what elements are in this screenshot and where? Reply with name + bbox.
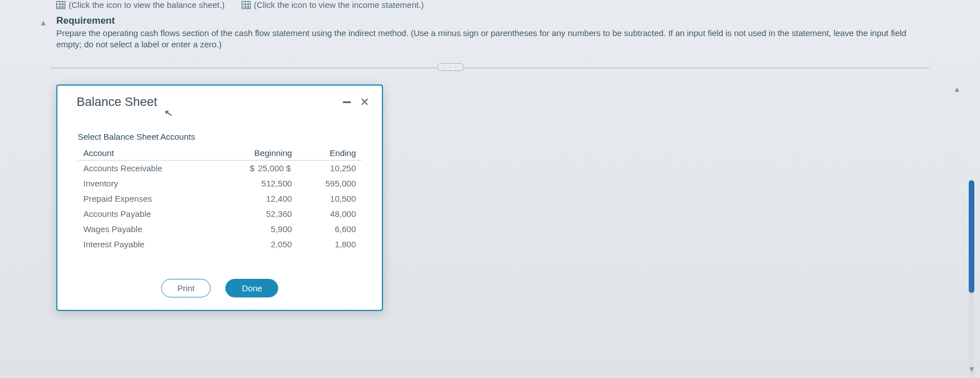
cell-account: Inventory (78, 176, 216, 191)
table-icon (242, 1, 251, 9)
cell-ending: 48,000 (297, 206, 362, 221)
table-row[interactable]: Inventory 512,500 595,000 (78, 176, 362, 191)
table-icon (56, 1, 65, 9)
dialog-body: Select Balance Sheet Accounts Account Be… (57, 115, 382, 260)
cell-beginning: 12,400 (216, 191, 297, 206)
table-row[interactable]: Wages Payable 5,900 6,600 (78, 221, 362, 237)
dialog-header: Balance Sheet ✕ (57, 86, 382, 115)
cell-ending: 595,000 (297, 176, 362, 191)
requirement-text: Prepare the operating cash flows section… (56, 28, 924, 51)
cell-account: Wages Payable (78, 221, 216, 237)
cell-beginning: 52,360 (216, 206, 297, 221)
col-beginning: Beginning (216, 146, 297, 161)
cell-account: Accounts Payable (78, 206, 216, 221)
scrollbar-thumb[interactable] (969, 180, 974, 293)
dialog-subtitle: Select Balance Sheet Accounts (78, 132, 362, 141)
minimize-icon[interactable] (343, 101, 351, 103)
cell-account: Accounts Receivable (78, 161, 216, 176)
section-divider: · · · (51, 68, 929, 78)
balance-sheet-table: Account Beginning Ending Accounts Receiv… (78, 146, 362, 252)
cell-ending: 6,600 (297, 221, 362, 237)
content-scroll-up-icon[interactable]: ▲ (953, 85, 961, 94)
table-row[interactable]: Interest Payable 2,050 1,800 (78, 237, 362, 252)
income-statement-link-text: (Click the icon to view the income state… (254, 0, 424, 10)
table-row[interactable]: Accounts Payable 52,360 48,000 (78, 206, 362, 221)
cell-ending: 10,500 (297, 191, 362, 206)
print-button[interactable]: Print (161, 279, 211, 297)
requirement-block: Requirement Prepare the operating cash f… (0, 13, 980, 56)
close-icon[interactable]: ✕ (360, 95, 369, 109)
cell-beginning: 5,900 (216, 221, 297, 237)
scrollbar[interactable] (968, 56, 975, 361)
cell-beginning: 2,050 (216, 237, 297, 252)
requirement-title: Requirement (56, 15, 924, 26)
done-button[interactable]: Done (225, 279, 278, 297)
cell-ending: 10,250 (297, 161, 362, 176)
scroll-down-icon[interactable]: ▼ (968, 364, 975, 373)
divider-expand-icon[interactable]: · · · (437, 63, 464, 71)
cell-beginning: $ 25,000 $ (216, 161, 297, 176)
scrollbar-track (969, 180, 974, 378)
col-ending: Ending (297, 146, 362, 161)
dialog-footer: Print Done (57, 260, 382, 310)
balance-sheet-link-text: (Click the icon to view the balance shee… (69, 0, 225, 10)
cell-beginning: 512,500 (216, 176, 297, 191)
cell-account: Interest Payable (78, 237, 216, 252)
reference-links: (Click the icon to view the balance shee… (0, 0, 980, 13)
col-account: Account (78, 146, 216, 161)
income-statement-link[interactable]: (Click the icon to view the income state… (242, 0, 424, 10)
table-row[interactable]: Accounts Receivable $ 25,000 $ 10,250 (78, 161, 362, 176)
dialog-title: Balance Sheet (77, 95, 157, 109)
table-row[interactable]: Prepaid Expenses 12,400 10,500 (78, 191, 362, 206)
balance-sheet-link[interactable]: (Click the icon to view the balance shee… (56, 0, 225, 10)
balance-sheet-dialog: Balance Sheet ✕ ↖ Select Balance Sheet A… (56, 85, 383, 311)
scroll-up-icon[interactable]: ▲ (39, 18, 47, 27)
cell-ending: 1,800 (297, 237, 362, 252)
cell-account: Prepaid Expenses (78, 191, 216, 206)
